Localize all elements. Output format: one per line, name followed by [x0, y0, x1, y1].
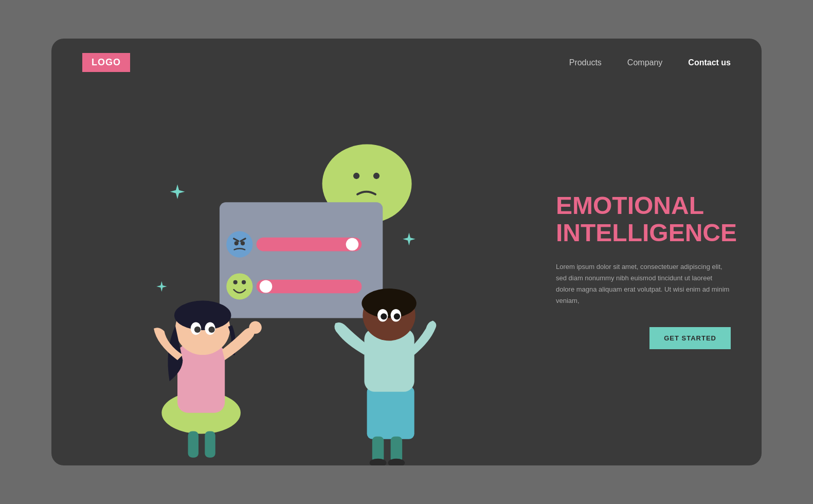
- svg-point-7: [241, 241, 245, 245]
- navbar: LOGO Products Company Contact us: [51, 39, 762, 86]
- illustration-svg: [51, 86, 546, 465]
- text-area: EMOTIONAL INTELLIGENCE Lorem ipsum dolor…: [546, 86, 762, 465]
- svg-point-22: [194, 327, 201, 333]
- svg-point-24: [193, 337, 212, 352]
- svg-point-12: [242, 280, 246, 284]
- svg-point-9: [346, 238, 359, 251]
- svg-rect-25: [188, 431, 198, 457]
- svg-point-10: [226, 273, 252, 299]
- nav-links: Products Company Contact us: [569, 58, 731, 67]
- svg-point-18: [174, 301, 231, 330]
- svg-rect-4: [220, 202, 383, 318]
- svg-point-2: [353, 173, 359, 179]
- nav-products[interactable]: Products: [569, 58, 602, 67]
- svg-point-11: [233, 280, 238, 284]
- illustration-area: [51, 86, 546, 465]
- svg-point-14: [260, 280, 273, 293]
- logo: LOGO: [82, 53, 130, 72]
- svg-rect-27: [367, 386, 414, 439]
- svg-point-39: [388, 459, 405, 465]
- nav-contact[interactable]: Contact us: [688, 58, 731, 67]
- svg-rect-26: [205, 431, 215, 457]
- svg-point-35: [380, 324, 399, 339]
- svg-point-33: [381, 313, 387, 319]
- svg-point-38: [370, 459, 387, 465]
- svg-point-19: [249, 321, 262, 334]
- svg-point-6: [234, 241, 239, 245]
- svg-point-23: [208, 327, 214, 333]
- svg-point-30: [362, 289, 416, 318]
- page-wrapper: LOGO Products Company Contact us: [51, 39, 762, 465]
- main-content: EMOTIONAL INTELLIGENCE Lorem ipsum dolor…: [51, 86, 762, 465]
- svg-point-3: [373, 173, 380, 179]
- description: Lorem ipsum dolor sit amet, consectetuer…: [556, 261, 731, 307]
- nav-company[interactable]: Company: [627, 58, 662, 67]
- svg-point-34: [394, 313, 400, 319]
- main-title: EMOTIONAL INTELLIGENCE: [556, 192, 731, 247]
- cta-button[interactable]: GET STARTED: [649, 327, 731, 349]
- svg-point-5: [226, 231, 252, 257]
